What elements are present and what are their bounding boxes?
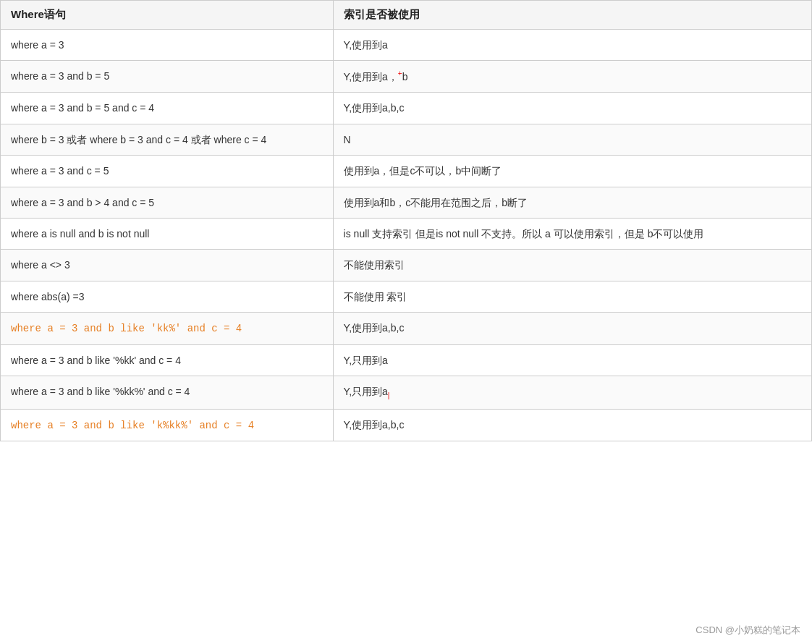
where-cell: where a = 3 and b like '%kk' and c = 4	[1, 344, 334, 376]
where-cell: where a = 3 and b = 5 and c = 4	[1, 93, 334, 124]
index-cell: Y,只用到a|	[333, 376, 811, 409]
index-cell: is null 支持索引 但是is not null 不支持。所以 a 可以使用…	[333, 219, 811, 250]
index-cell: 使用到a和b，c不能用在范围之后，b断了	[333, 187, 811, 218]
main-container: Where语句 索引是否被使用 where a = 3Y,使用到awhere a…	[0, 0, 812, 644]
index-cell: 不能使用 索引	[333, 281, 811, 312]
where-cell: where a = 3 and b like '%kk%' and c = 4	[1, 376, 334, 409]
table-row: where a = 3 and c = 5使用到a，但是c不可以，b中间断了	[1, 156, 812, 187]
table-row: where a = 3 and b like '%kk' and c = 4Y,…	[1, 344, 812, 376]
where-cell: where a <> 3	[1, 250, 334, 281]
where-cell: where a = 3 and b like 'k%kk%' and c = 4	[1, 409, 334, 441]
where-cell: where a = 3 and c = 5	[1, 156, 334, 187]
where-cell: where b = 3 或者 where b = 3 and c = 4 或者 …	[1, 124, 334, 155]
index-cell: Y,使用到a，+b	[333, 61, 811, 93]
header-where: Where语句	[1, 1, 334, 30]
table-row: where a = 3 and b = 5Y,使用到a，+b	[1, 61, 812, 93]
table-row: where a = 3Y,使用到a	[1, 30, 812, 61]
where-cell: where a = 3 and b > 4 and c = 5	[1, 187, 334, 218]
table-row: where a = 3 and b > 4 and c = 5使用到a和b，c不…	[1, 187, 812, 218]
cursor-marker: +	[398, 69, 402, 77]
table-row: where a <> 3不能使用索引	[1, 250, 812, 281]
index-cell: Y,使用到a,b,c	[333, 409, 811, 441]
table-row: where a = 3 and b = 5 and c = 4Y,使用到a,b,…	[1, 93, 812, 124]
where-cell: where abs(a) =3	[1, 281, 334, 312]
index-table: Where语句 索引是否被使用 where a = 3Y,使用到awhere a…	[0, 0, 812, 441]
table-row: where b = 3 或者 where b = 3 and c = 4 或者 …	[1, 124, 812, 155]
header-index: 索引是否被使用	[333, 1, 811, 30]
index-cell: 使用到a，但是c不可以，b中间断了	[333, 156, 811, 187]
table-row: where a = 3 and b like 'kk%' and c = 4Y,…	[1, 313, 812, 344]
table-row: where abs(a) =3不能使用 索引	[1, 281, 812, 312]
where-cell: where a = 3	[1, 30, 334, 61]
where-cell: where a = 3 and b like 'kk%' and c = 4	[1, 313, 334, 344]
highlighted-text: where a = 3 and b like 'k%kk%' and c = 4	[11, 420, 254, 431]
index-cell: Y,使用到a	[333, 30, 811, 61]
table-row: where a is null and b is not nullis null…	[1, 219, 812, 250]
where-cell: where a is null and b is not null	[1, 219, 334, 250]
watermark-label: CSDN @小奶糕的笔记本	[695, 624, 800, 637]
index-cell: N	[333, 124, 811, 155]
table-row: where a = 3 and b like '%kk%' and c = 4Y…	[1, 376, 812, 409]
table-row: where a = 3 and b like 'k%kk%' and c = 4…	[1, 409, 812, 441]
where-cell: where a = 3 and b = 5	[1, 61, 334, 93]
index-cell: Y,只用到a	[333, 344, 811, 376]
index-cell: Y,使用到a,b,c	[333, 93, 811, 124]
index-cell: Y,使用到a,b,c	[333, 313, 811, 344]
highlighted-text: where a = 3 and b like 'kk%' and c = 4	[11, 323, 242, 334]
index-cell: 不能使用索引	[333, 250, 811, 281]
